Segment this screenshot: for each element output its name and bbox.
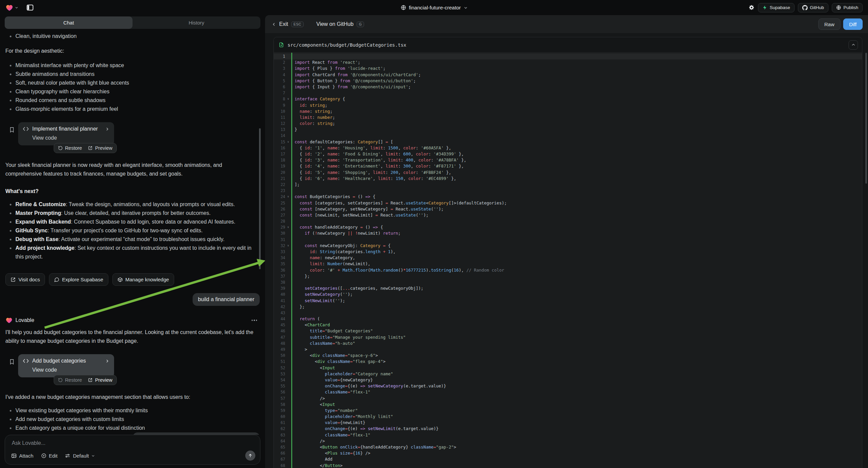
line-number: 59 xyxy=(274,408,285,414)
fold-toggle-icon[interactable]: ∨ xyxy=(285,224,291,230)
fold-spacer xyxy=(285,358,291,364)
bullet-item: Minimalist interface with plenty of whit… xyxy=(16,61,260,70)
mode-selector[interactable]: Default xyxy=(65,453,95,459)
attach-button[interactable]: Attach xyxy=(11,453,34,459)
line-number: 24 xyxy=(274,194,285,200)
fold-spacer xyxy=(285,334,291,341)
fold-spacer xyxy=(285,145,291,151)
view-on-github-button[interactable]: View on GitHub G xyxy=(316,21,364,27)
code-text: <div className="flex gap-4"> xyxy=(291,358,385,364)
bullet-item: Refine & Customize: Tweak the design, an… xyxy=(16,200,260,209)
line-number: 29 xyxy=(274,224,285,230)
fold-toggle-icon[interactable]: ∨ xyxy=(285,243,291,249)
visit-docs-button[interactable]: Visit docs xyxy=(5,273,45,286)
restore-button[interactable]: Restore xyxy=(58,377,82,383)
line-number: 22 xyxy=(274,182,285,188)
fold-spacer xyxy=(285,328,291,334)
restore-icon xyxy=(58,146,63,150)
publish-button[interactable]: Publish xyxy=(832,3,863,12)
file-header[interactable]: src/components/budget/BudgetCategories.t… xyxy=(274,37,862,53)
fold-spacer xyxy=(285,255,291,261)
tab-history[interactable]: History xyxy=(132,17,260,29)
sidebar-toggle-button[interactable] xyxy=(26,3,34,12)
code-line: 6import { Input } from '@/components/ui/… xyxy=(274,84,862,90)
line-number: 47 xyxy=(274,334,285,341)
restore-button[interactable]: Restore xyxy=(58,145,82,151)
preview-button[interactable]: Preview xyxy=(88,377,113,383)
chat-composer[interactable]: Ask Lovable... Attach Edit Default xyxy=(5,435,260,465)
line-number: 11 xyxy=(274,115,285,120)
code-line: 29∨ const handleAddCategory = () => { xyxy=(274,224,862,230)
line-number: 9 xyxy=(274,103,285,109)
mode-label: Default xyxy=(73,453,89,459)
top-bar: financial-future-creator Supabase GitHub… xyxy=(0,0,868,15)
settings-button[interactable] xyxy=(748,4,754,11)
code-line: 1 xyxy=(274,53,862,59)
publish-globe-icon xyxy=(836,5,841,10)
view-code-link[interactable]: View code xyxy=(32,135,110,141)
github-button[interactable]: GitHub xyxy=(798,3,829,12)
fold-toggle-icon[interactable]: ∨ xyxy=(285,96,291,102)
fold-spacer xyxy=(285,389,291,395)
code-text: onChange={(e) => setNewCategory(e.target… xyxy=(291,383,446,389)
version-card-implement-financial-planner[interactable]: Implement financial planner View code Re… xyxy=(18,122,114,145)
supabase-button[interactable]: Supabase xyxy=(758,3,795,12)
panel-left-icon xyxy=(26,3,34,12)
line-number: 13 xyxy=(274,126,285,133)
view-code-link[interactable]: View code xyxy=(32,367,110,373)
fold-spacer xyxy=(285,188,291,194)
code-text: value={newCategory} xyxy=(291,377,373,383)
code-line: 25 const [categories, setCategories] = R… xyxy=(274,200,862,206)
fold-spacer xyxy=(285,414,291,420)
publish-label: Publish xyxy=(843,5,858,10)
gear-icon xyxy=(748,4,754,11)
version-card-actions: Restore Preview xyxy=(54,375,117,385)
line-number: 4 xyxy=(274,72,285,78)
fold-spacer xyxy=(285,103,291,109)
fold-spacer xyxy=(285,230,291,236)
code-text: className="flex-1" xyxy=(291,432,370,438)
code-scrollbar[interactable] xyxy=(865,53,867,184)
project-switcher[interactable]: financial-future-creator xyxy=(400,5,467,11)
user-message: would be cool if you could add budget ca… xyxy=(133,432,260,435)
line-number: 7 xyxy=(274,90,285,96)
exit-button[interactable]: Exit ESC xyxy=(272,21,304,27)
code-text: limit: number; xyxy=(291,115,335,120)
line-number: 6 xyxy=(274,84,285,90)
line-number: 32 xyxy=(274,243,285,249)
code-line: 65 <Button onClick={handleAddCategory} c… xyxy=(274,444,862,450)
raw-toggle-button[interactable]: Raw xyxy=(818,19,840,30)
fold-spacer xyxy=(285,408,291,414)
collapse-file-button[interactable] xyxy=(848,40,858,50)
tab-chat[interactable]: Chat xyxy=(5,17,132,29)
code-line: 56 className="flex-1" xyxy=(274,389,862,395)
design-heading: For the design aesthetic: xyxy=(5,47,260,55)
chevron-right-icon xyxy=(105,359,110,363)
diff-toggle-button[interactable]: Diff xyxy=(843,19,863,30)
fold-spacer xyxy=(285,72,291,78)
send-button[interactable] xyxy=(245,450,255,461)
preview-button[interactable]: Preview xyxy=(88,145,113,151)
code-line: 15∨const defaultCategories: Category[] =… xyxy=(274,139,862,145)
edit-button[interactable]: Edit xyxy=(41,453,58,459)
chat-scrollbar[interactable] xyxy=(259,128,261,269)
manage-knowledge-button[interactable]: Manage knowledge xyxy=(113,273,174,286)
line-number: 26 xyxy=(274,206,285,212)
explore-supabase-button[interactable]: Explore Supabase xyxy=(49,273,108,286)
fold-toggle-icon[interactable]: ∨ xyxy=(285,194,291,200)
restore-label: Restore xyxy=(65,377,82,383)
esc-kbd-badge: ESC xyxy=(291,22,304,27)
fold-toggle-icon[interactable]: ∨ xyxy=(285,139,291,145)
lovable-logo-menu[interactable] xyxy=(5,4,19,12)
code-text: const handleAddCategory = () => { xyxy=(291,224,383,230)
line-number: 45 xyxy=(274,322,285,328)
design-bullets-list: Minimalist interface with plenty of whit… xyxy=(5,61,260,114)
bookmark-icon[interactable] xyxy=(9,358,15,365)
code-text: value={newLimit} xyxy=(291,420,365,426)
fold-spacer xyxy=(285,432,291,438)
bookmark-icon[interactable] xyxy=(9,126,15,133)
version-card-add-budget-categories[interactable]: Add budget categories View code Restore … xyxy=(18,354,114,377)
fold-spacer xyxy=(285,170,291,176)
message-menu-icon[interactable] xyxy=(252,320,257,321)
whats-next-heading: What's next? xyxy=(5,187,260,196)
